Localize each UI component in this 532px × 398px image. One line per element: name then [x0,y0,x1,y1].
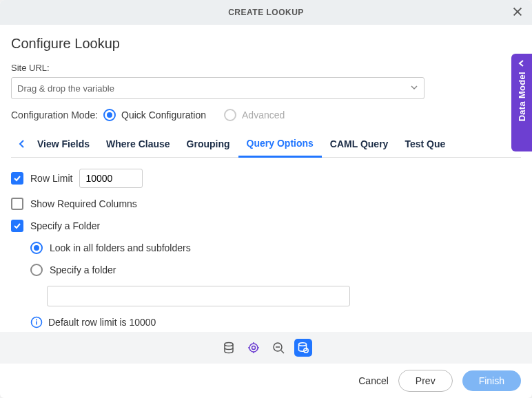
chevron-left-icon[interactable] [15,139,29,149]
tab-query-options[interactable]: Query Options [238,131,322,158]
advanced-label: Advanced [242,109,285,121]
gear-target-icon[interactable] [245,339,263,357]
svg-point-1 [36,320,37,321]
svg-point-3 [225,343,233,346]
svg-point-7 [299,343,307,346]
tab-caml-query[interactable]: CAML Query [322,132,397,156]
finish-button[interactable]: Finish [462,370,521,391]
radio-advanced[interactable] [224,109,236,121]
dialog-content: Configure Lookup Site URL: Drag & drop t… [0,25,532,332]
prev-button[interactable]: Prev [398,370,453,392]
show-required-label: Show Required Columns [30,198,137,209]
checkbox-show-required[interactable] [11,198,23,210]
svg-point-9 [305,350,307,351]
tab-view-fields[interactable]: View Fields [29,132,98,156]
query-options-panel: Row Limit Show Required Columns Specify … [11,158,521,328]
row-limit-input[interactable] [79,169,143,188]
folder-sub-options: Look in all folders and subfolders Speci… [11,242,521,328]
tabs-row: View Fields Where Clause Grouping Query … [11,131,521,158]
checkbox-row-limit[interactable] [11,172,23,185]
dialog-titlebar: CREATE LOOKUP [0,0,532,25]
zoom-out-icon[interactable] [269,339,287,357]
specify-folder-label: Specify a Folder [30,220,100,231]
specify-folder-option-label: Specify a folder [50,264,116,275]
svg-point-5 [252,346,256,350]
footer-buttons: Cancel Prev Finish [0,364,532,398]
radio-look-all-folders[interactable] [30,242,43,254]
info-text: Default row limit is 10000 [48,317,156,328]
checkbox-specify-folder[interactable] [11,220,23,232]
close-icon[interactable] [511,6,525,19]
cancel-button[interactable]: Cancel [358,375,389,386]
database-icon[interactable] [220,339,238,357]
tab-where-clause[interactable]: Where Clause [98,132,178,156]
radio-specify-folder[interactable] [30,264,43,276]
chevron-left-side-icon [518,59,526,67]
site-url-select[interactable]: Drag & drop the variable [11,77,424,99]
dialog-title: CREATE LOOKUP [228,8,304,17]
tab-grouping[interactable]: Grouping [178,132,238,156]
tab-test-que[interactable]: Test Que [396,132,453,156]
site-url-label: Site URL: [11,63,521,73]
row-limit-label: Row Limit [30,173,72,184]
radio-quick-config[interactable] [103,109,116,121]
config-mode-label: Configuration Mode: [11,109,98,121]
svg-point-4 [249,344,258,352]
look-all-label: Look in all folders and subfolders [50,242,191,253]
database-config-icon[interactable] [294,339,312,357]
caret-down-icon [410,83,418,92]
side-tab-label: Data Model [517,72,527,121]
info-icon [30,316,43,328]
footer-icon-bar [0,332,532,364]
folder-path-input[interactable] [47,286,350,306]
svg-rect-2 [36,322,37,325]
quick-config-label: Quick Configuration [121,109,206,121]
site-url-placeholder: Drag & drop the variable [17,83,114,94]
data-model-side-tab[interactable]: Data Model [511,54,532,151]
page-heading: Configure Lookup [11,36,521,52]
create-lookup-dialog: CREATE LOOKUP Configure Lookup Site URL:… [0,0,532,398]
